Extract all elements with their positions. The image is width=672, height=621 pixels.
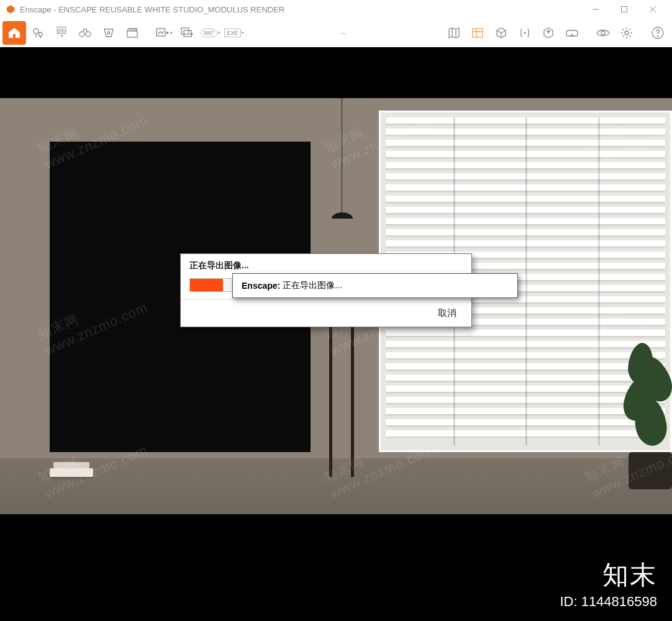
maximize-button[interactable] xyxy=(610,0,638,19)
svg-rect-11 xyxy=(181,28,189,34)
svg-rect-9 xyxy=(127,31,137,37)
cancel-button[interactable]: 取消 xyxy=(438,307,456,319)
svg-point-5 xyxy=(39,32,42,36)
toolbar-spacer: ︿ xyxy=(246,27,442,38)
svg-point-4 xyxy=(34,29,39,34)
window-controls xyxy=(581,0,667,19)
svg-point-16 xyxy=(601,31,605,35)
chevron-down-icon: ▾ xyxy=(170,30,173,35)
collapse-toolbar-icon[interactable]: ︿ xyxy=(340,27,348,38)
help-button[interactable] xyxy=(646,21,670,45)
dialog-title: 正在导出图像... xyxy=(181,254,471,276)
location-pin-button[interactable] xyxy=(26,21,50,45)
scene-plant xyxy=(616,334,672,489)
svg-point-7 xyxy=(86,32,91,37)
perspective-view-button[interactable] xyxy=(97,21,120,45)
main-toolbar: BIM ▾ ▾ 360°▾ EXE▾ ︿ xyxy=(0,19,672,47)
popup-message: 正在导出图像... xyxy=(283,280,342,291)
visibility-button[interactable] xyxy=(591,21,615,45)
progress-fill xyxy=(190,279,223,291)
app-logo-icon xyxy=(5,4,16,15)
svg-point-19 xyxy=(657,35,658,36)
export-status-popup: Enscape: 正在导出图像... xyxy=(232,273,518,298)
exe-export-button[interactable]: EXE▾ xyxy=(222,21,246,45)
bim-button[interactable]: BIM ▾ xyxy=(50,21,73,45)
home-button[interactable] xyxy=(2,21,26,45)
chevron-down-icon: ▾ xyxy=(242,30,244,35)
title-app: Enscape xyxy=(20,5,52,14)
clapperboard-button[interactable] xyxy=(120,21,144,45)
svg-rect-13 xyxy=(473,29,483,37)
popup-app-label: Enscape: xyxy=(242,281,280,291)
settings-button[interactable] xyxy=(615,21,638,45)
scene-book-top xyxy=(53,462,89,468)
minimize-button[interactable] xyxy=(581,0,610,19)
cube-button[interactable] xyxy=(489,21,513,45)
upload-button[interactable] xyxy=(537,21,560,45)
application-window: Enscape - ENSCAPE REUSABLE WHITE STUDIO_… xyxy=(0,0,672,548)
titlebar: Enscape - ENSCAPE REUSABLE WHITE STUDIO_… xyxy=(0,0,672,19)
svg-rect-1 xyxy=(622,7,627,12)
batch-render-button[interactable] xyxy=(175,21,199,45)
svg-point-8 xyxy=(107,32,110,34)
compare-button[interactable] xyxy=(513,21,537,45)
asset-library-button[interactable] xyxy=(466,21,489,45)
window-title: Enscape - ENSCAPE REUSABLE WHITE STUDIO_… xyxy=(20,5,581,14)
binoculars-button[interactable] xyxy=(73,21,97,45)
panorama-button[interactable]: 360°▾ xyxy=(199,21,222,45)
overlay-brand: 知末 xyxy=(602,558,657,592)
map-button[interactable] xyxy=(442,21,466,45)
overlay-id: ID: 1144816598 xyxy=(560,594,657,610)
close-button[interactable] xyxy=(638,0,667,19)
svg-rect-12 xyxy=(184,30,191,37)
export-image-button[interactable]: ▾ xyxy=(152,21,175,45)
svg-point-6 xyxy=(79,32,84,37)
scene-book xyxy=(50,468,93,477)
vr-headset-button[interactable] xyxy=(560,21,584,45)
svg-point-14 xyxy=(524,32,525,34)
scene-pendant-cord xyxy=(342,98,342,213)
svg-point-17 xyxy=(625,31,629,35)
chevron-down-icon: ▾ xyxy=(61,34,63,39)
svg-rect-15 xyxy=(566,30,578,36)
title-document: ENSCAPE REUSABLE WHITE STUDIO_MODULUS RE… xyxy=(58,5,284,14)
chevron-down-icon: ▾ xyxy=(218,30,220,35)
